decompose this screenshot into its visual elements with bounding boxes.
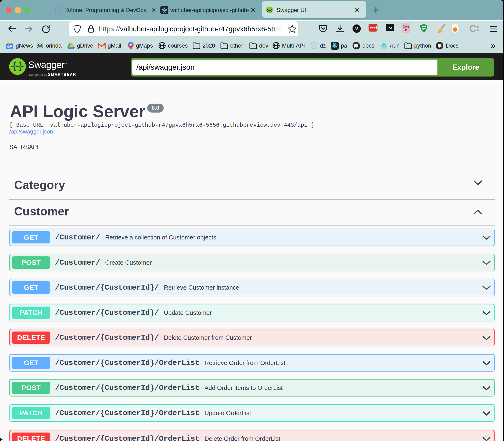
svg-text:{···}: {···}: [267, 8, 272, 12]
svg-text:E: E: [405, 29, 407, 32]
svg-text:G: G: [7, 45, 10, 48]
svg-text:C: C: [469, 23, 476, 34]
svg-text:Cors: Cors: [403, 25, 410, 28]
svg-text:V: V: [355, 26, 358, 31]
svg-text:PX: PX: [387, 26, 393, 30]
